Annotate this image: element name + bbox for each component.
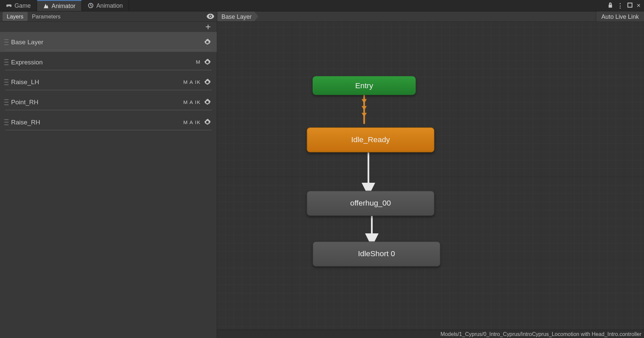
tab-game[interactable]: Game [0,0,37,11]
gear-icon[interactable] [204,99,211,105]
svg-marker-3 [362,99,367,104]
tab-animator[interactable]: Animator [37,0,82,11]
tab-animator-label: Animator [52,3,75,9]
layer-badges: M A IK [183,99,201,105]
node-offerhug[interactable]: offerhug_00 [307,191,434,216]
gear-icon[interactable] [204,39,211,45]
node-idleshort[interactable]: IdleShort 0 [313,241,440,267]
drag-handle-icon[interactable] [4,79,9,85]
breadcrumb[interactable]: Base Layer [217,11,259,21]
drag-handle-icon[interactable] [4,39,9,45]
eye-icon[interactable] [207,14,214,19]
svg-marker-5 [362,113,367,117]
add-layer-button[interactable]: + [205,21,211,32]
layer-item-raise-rh[interactable]: Raise_RH M A IK [0,112,217,132]
asset-path-label: Models/1_Cyprus/0_Intro_Cyprus/IntroCypr… [440,331,641,337]
layer-label: Raise_LH [11,78,39,86]
layer-item-expression[interactable]: Expression M [0,52,217,72]
graph-area: Base Layer Auto Live Link [217,11,644,338]
kebab-menu-icon[interactable]: ⋮ [617,2,623,9]
tab-animation[interactable]: Animation [82,0,129,11]
layers-sidebar: Layers Parameters + Base Layer [0,11,217,338]
drag-handle-icon[interactable] [4,99,9,105]
layer-label: Expression [11,58,43,66]
svg-rect-1 [628,3,632,7]
layer-item-raise-lh[interactable]: Raise_LH M A IK [0,72,217,92]
sidetab-layers[interactable]: Layers [3,12,28,21]
gear-icon[interactable] [204,78,211,85]
close-icon[interactable]: × [637,2,641,9]
lock-icon[interactable] [608,2,613,9]
layer-badges: M A IK [183,119,201,125]
layer-badges: M A IK [183,79,201,85]
svg-marker-4 [362,106,367,110]
node-entry[interactable]: Entry [313,76,416,95]
animation-clock-icon [88,3,94,9]
animator-icon [43,3,49,9]
drag-handle-icon[interactable] [4,59,9,65]
tab-animation-label: Animation [96,2,123,9]
layer-label: Raise_RH [11,118,40,126]
gamepad-icon [6,3,12,9]
maximize-icon[interactable] [627,2,632,9]
gear-icon[interactable] [204,119,211,125]
layer-list: Base Layer Expression M Raise_LH M A [0,32,217,132]
layer-label: Base Layer [11,38,43,46]
window-controls: ⋮ × [604,0,644,11]
drag-handle-icon[interactable] [4,119,9,125]
layer-badges: M [196,59,201,65]
layer-item-base[interactable]: Base Layer [0,32,217,52]
layer-item-point-rh[interactable]: Point_RH M A IK [0,92,217,112]
sidetab-parameters[interactable]: Parameters [28,12,65,21]
gear-icon[interactable] [204,59,211,65]
graph-canvas[interactable]: Entry Idle_Ready offerhug_00 IdleShort 0 [217,22,644,330]
auto-live-link-button[interactable]: Auto Live Link [596,11,644,21]
layer-label: Point_RH [11,98,39,106]
editor-tab-strip: Game Animator Animation ⋮ × [0,0,644,11]
tab-game-label: Game [14,2,31,9]
node-idle-ready[interactable]: Idle_Ready [307,127,434,153]
